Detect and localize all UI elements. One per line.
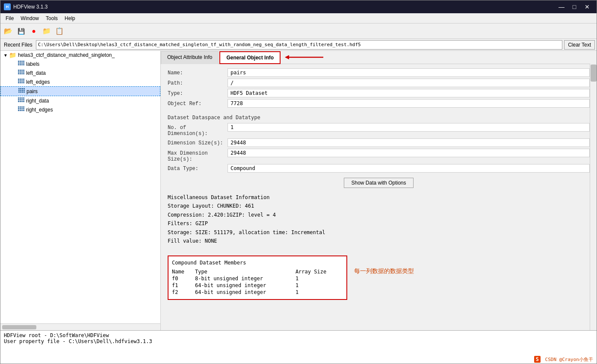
svg-rect-68: [18, 110, 19, 111]
close-button[interactable]: ✕: [581, 3, 593, 11]
name-value: pairs: [228, 68, 590, 77]
toolbar-copy[interactable]: 📋: [53, 25, 65, 37]
compression: Compression: 2.420:1GZIP: level = 4: [168, 211, 590, 219]
csdn-watermark: S CSDN @Crayon小鱼干: [534, 356, 593, 363]
svg-rect-62: [21, 106, 23, 108]
right-scrollbar[interactable]: [590, 64, 597, 330]
svg-rect-57: [20, 101, 21, 102]
type-label: Type:: [168, 91, 228, 97]
minimize-button[interactable]: —: [556, 3, 567, 11]
toolbar-save[interactable]: 💾: [15, 25, 27, 37]
filters: Filters: GZIP: [168, 219, 590, 228]
data-type-value: Compound: [228, 164, 590, 173]
path-value: /: [228, 79, 590, 87]
svg-rect-2: [21, 61, 23, 62]
tree-item-left-edges[interactable]: left_edges: [0, 77, 160, 86]
num-dim-label: No. of Dimension(s):: [168, 125, 228, 137]
svg-rect-34: [21, 82, 23, 83]
svg-rect-8: [18, 64, 19, 65]
svg-rect-28: [18, 80, 19, 82]
svg-rect-13: [20, 70, 21, 71]
menu-file[interactable]: File: [2, 15, 17, 22]
svg-rect-17: [20, 71, 21, 73]
svg-marker-73: [285, 55, 289, 59]
svg-rect-27: [23, 79, 24, 80]
menu-tools[interactable]: Tools: [42, 15, 61, 22]
dataset-icon-right-edges: [18, 106, 24, 113]
max-dim-value: 29448: [228, 149, 590, 157]
num-dim-row: No. of Dimension(s): 1: [168, 123, 590, 137]
recent-files-input[interactable]: [36, 40, 562, 50]
content-area[interactable]: Name: pairs Path: / Type: HDF5 Dataset O…: [161, 64, 597, 330]
tree-label-right-edges: right_edges: [26, 107, 53, 113]
compound-annotation-text: 每一列数据的数据类型: [354, 267, 414, 275]
svg-rect-42: [22, 90, 23, 91]
table-row: f0 8-bit unsigned integer 1: [172, 275, 343, 282]
svg-rect-0: [18, 61, 19, 62]
tab-object-attribute[interactable]: Object Attribute Info: [161, 51, 219, 64]
svg-rect-50: [21, 97, 23, 99]
dataset-icon-left-data: [18, 69, 24, 76]
tree-h-scrollbar[interactable]: [0, 323, 160, 330]
dim-size-label: Dimension Size(s):: [168, 140, 228, 146]
tree-label-left-data: left_data: [26, 70, 46, 76]
svg-rect-44: [18, 91, 20, 93]
show-data-button[interactable]: Show Data with Options: [344, 178, 413, 188]
tree-label-root: helas3_ctcf_distance_matched_singleton_: [18, 52, 115, 58]
menu-window[interactable]: Window: [17, 15, 42, 22]
svg-rect-30: [21, 80, 23, 82]
objref-label: Object Ref:: [168, 101, 228, 107]
svg-rect-4: [18, 62, 19, 64]
menu-help[interactable]: Help: [61, 15, 79, 22]
tab-general-object[interactable]: General Object Info: [219, 51, 281, 64]
folder-icon: 📁: [9, 52, 16, 59]
svg-rect-64: [18, 108, 19, 109]
toolbar-red[interactable]: ●: [28, 25, 40, 37]
tree-toggle-root[interactable]: ▼: [2, 53, 9, 58]
svg-rect-9: [20, 64, 21, 65]
compound-cell-type: 64-bit unsigned integer: [195, 282, 296, 289]
tree-item-labels[interactable]: labels: [0, 59, 160, 68]
svg-rect-20: [18, 73, 19, 74]
svg-rect-46: [22, 91, 23, 93]
compound-cell-array-size: 1: [296, 275, 343, 282]
tree-item-right-edges[interactable]: right_edges: [0, 105, 160, 114]
svg-rect-36: [18, 88, 20, 89]
svg-rect-47: [24, 91, 25, 93]
tab-general-label: General Object Info: [226, 55, 274, 61]
svg-rect-25: [20, 79, 21, 80]
svg-rect-39: [24, 88, 25, 89]
maximize-button[interactable]: □: [568, 3, 580, 11]
window-controls: — □ ✕: [556, 3, 593, 11]
svg-rect-43: [24, 90, 25, 91]
tree-item-pairs[interactable]: pairs: [0, 86, 160, 96]
menu-bar: File Window Tools Help: [0, 13, 597, 23]
svg-rect-37: [20, 88, 21, 89]
dataset-icon-pairs: [18, 88, 25, 95]
tabs-bar: Object Attribute Info General Object Inf…: [161, 51, 597, 64]
tree-label-labels: labels: [26, 61, 39, 67]
svg-rect-10: [21, 64, 23, 65]
tree-item-root[interactable]: ▼ 📁 helas3_ctcf_distance_matched_singlet…: [0, 51, 160, 59]
svg-rect-11: [23, 64, 24, 65]
clear-text-button[interactable]: Clear Text: [564, 40, 595, 50]
tree-item-right-data[interactable]: right_data: [0, 96, 160, 105]
name-label: Name:: [168, 70, 228, 76]
svg-rect-60: [18, 106, 19, 108]
svg-rect-7: [23, 62, 24, 64]
compound-title: Compound Dataset Members: [172, 260, 343, 266]
toolbar-folder2[interactable]: 📁: [41, 25, 53, 37]
compound-cell-array-size: 1: [296, 282, 343, 289]
type-value: HDF5 Dataset: [228, 89, 590, 97]
fill-value: Fill value: NONE: [168, 237, 590, 245]
svg-rect-59: [23, 101, 24, 102]
compound-cell-name: f2: [172, 289, 195, 296]
table-row: f2 64-bit unsigned integer 1: [172, 289, 343, 296]
svg-rect-15: [23, 70, 24, 71]
compound-cell-name: f1: [172, 282, 195, 289]
tree-item-left-data[interactable]: left_data: [0, 68, 160, 77]
svg-rect-23: [23, 73, 24, 74]
col-header-type: Type: [195, 268, 296, 275]
toolbar-open[interactable]: 📂: [2, 25, 14, 37]
svg-rect-40: [18, 90, 20, 91]
